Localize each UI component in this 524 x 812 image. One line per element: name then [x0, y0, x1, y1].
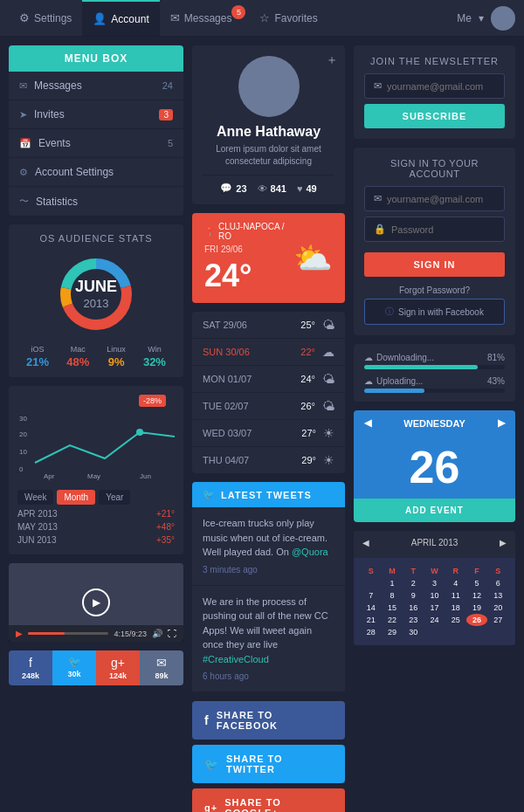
- social-gplus-count[interactable]: g+ 124k: [96, 650, 140, 685]
- os-stats-title: OS AUDIENCE STATS: [17, 233, 175, 244]
- newsletter-email-input[interactable]: [387, 81, 495, 92]
- play-icon[interactable]: ▶: [16, 629, 23, 638]
- chart-stats: APR 2013 +21° MAY 2013 +48° JUN 2013 +35…: [17, 508, 175, 546]
- profile-add-button[interactable]: ＋: [326, 52, 338, 68]
- twitter-icon: 🐦: [68, 656, 81, 668]
- chart-bubble-label: -28%: [139, 395, 166, 407]
- cal-cell[interactable]: 30: [403, 626, 424, 638]
- forecast-icon-2: 🌤: [322, 372, 334, 386]
- cal-cell[interactable]: 18: [445, 602, 465, 614]
- cal-cell[interactable]: 19: [466, 602, 486, 614]
- mini-cal-prev-icon[interactable]: ◀: [362, 538, 369, 547]
- cal-cell[interactable]: 14: [361, 602, 381, 614]
- cal-today[interactable]: 26: [466, 614, 486, 626]
- tweet-link-0[interactable]: @Quora: [292, 547, 328, 557]
- cal-cell[interactable]: 13: [488, 589, 508, 602]
- signin-title: SIGN IN TO YOUR ACCOUNT: [364, 158, 505, 179]
- cal-cell[interactable]: 29: [382, 626, 402, 638]
- signin-email-input[interactable]: [387, 194, 495, 204]
- cal-cell[interactable]: 16: [403, 602, 424, 614]
- svg-text:10: 10: [19, 448, 27, 456]
- play-button[interactable]: ▶: [82, 588, 110, 616]
- share-facebook-btn[interactable]: f SHARE TO FACEBOOK: [192, 701, 345, 740]
- forecast-row-1: SUN 30/06 22° ☁: [192, 339, 345, 366]
- calendar-day-label: WEDNESDAY: [403, 418, 465, 429]
- email-count: 89k: [155, 671, 168, 680]
- cal-cell[interactable]: 17: [424, 602, 445, 614]
- share-twitter-btn[interactable]: 🐦 SHARE TO TWITTER: [192, 745, 345, 783]
- cal-cell[interactable]: 20: [488, 602, 508, 614]
- menu-box: MENU BOX ✉ Messages 24 ➤ Invites 3 📅 Eve…: [9, 45, 183, 216]
- chart-tab-week[interactable]: Week: [17, 490, 53, 505]
- menu-box-header: MENU BOX: [9, 45, 183, 72]
- weather-main: 📍 CLUJ-NAPOCA / RO FRI 29/06 24° ⛅: [192, 213, 345, 303]
- cal-week-1: 1 2 3 4 5 6: [361, 577, 508, 589]
- cal-cell[interactable]: 10: [424, 589, 445, 602]
- cal-cell[interactable]: 28: [361, 626, 381, 638]
- signin-password-field[interactable]: 🔒: [364, 217, 505, 242]
- signin-button[interactable]: SIGN IN: [364, 252, 505, 277]
- menu-item-invites[interactable]: ➤ Invites 3: [9, 100, 183, 129]
- cal-cell[interactable]: 8: [382, 589, 402, 602]
- cal-cell[interactable]: 23: [403, 614, 424, 626]
- menu-item-account-settings[interactable]: ⚙ Account Settings: [9, 158, 183, 187]
- os-bar-ios: iOS 21%: [26, 345, 49, 368]
- cal-prev-icon[interactable]: ◀: [364, 417, 371, 429]
- nav-avatar[interactable]: [491, 6, 515, 31]
- social-twitter-count[interactable]: 🐦 30k: [52, 650, 96, 685]
- cal-cell[interactable]: 2: [403, 577, 424, 589]
- video-progress-bar[interactable]: [28, 632, 108, 635]
- middle-column: ＋ Anne Hathaway Lorem ipsum dolor sit am…: [192, 45, 345, 812]
- cal-cell[interactable]: 21: [361, 614, 381, 626]
- fullscreen-icon[interactable]: ⛶: [168, 629, 176, 638]
- mini-cal-next-icon[interactable]: ▶: [500, 538, 507, 547]
- newsletter-email-field[interactable]: ✉: [364, 73, 505, 99]
- menu-invites-icon: ➤: [19, 109, 27, 120]
- cal-week-3: 14 15 16 17 18 19 20: [361, 602, 508, 614]
- subscribe-button[interactable]: SUBSCRIBE: [364, 104, 505, 128]
- nav-account-label: Account: [111, 13, 148, 25]
- share-gplus-btn[interactable]: g+ SHARE TO GOOGLE+: [192, 788, 345, 812]
- svg-point-9: [136, 429, 143, 436]
- cal-cell[interactable]: 5: [466, 577, 486, 589]
- nav-account[interactable]: 👤 Account: [82, 0, 159, 36]
- chart-tab-year[interactable]: Year: [99, 490, 130, 505]
- nav-favorites[interactable]: ☆ Favorites: [249, 0, 328, 36]
- add-event-button[interactable]: ADD EVENT: [354, 499, 515, 522]
- nav-messages[interactable]: ✉ Messages 5: [160, 0, 250, 36]
- chart-tab-month[interactable]: Month: [57, 490, 95, 505]
- social-facebook-count[interactable]: f 248k: [9, 650, 52, 685]
- menu-item-statistics[interactable]: 〜 Statistics: [9, 187, 183, 216]
- fb-signin-icon: ⓘ: [385, 306, 394, 318]
- cal-cell[interactable]: 4: [445, 577, 465, 589]
- nav-settings[interactable]: ⚙ Settings: [9, 0, 82, 36]
- facebook-signin-button[interactable]: ⓘ Sign in with Facebook: [364, 299, 505, 325]
- cal-cell[interactable]: 9: [403, 589, 424, 602]
- social-email-count[interactable]: ✉ 89k: [140, 650, 183, 685]
- tweet-link-1[interactable]: #CreativeCloud: [203, 654, 269, 664]
- signin-password-input[interactable]: [391, 224, 495, 235]
- profile-avatar: [238, 56, 300, 117]
- menu-item-messages[interactable]: ✉ Messages 24: [9, 72, 183, 100]
- forecast-icon-1: ☁: [322, 345, 334, 359]
- cal-cell[interactable]: 3: [424, 577, 445, 589]
- cal-cell[interactable]: 6: [488, 577, 508, 589]
- volume-icon[interactable]: 🔊: [152, 629, 162, 638]
- cal-cell[interactable]: 15: [382, 602, 402, 614]
- cal-cell[interactable]: 25: [445, 614, 465, 626]
- weather-location: 📍 CLUJ-NAPOCA / RO: [204, 222, 293, 241]
- cal-cell[interactable]: 12: [466, 589, 486, 602]
- cal-cell[interactable]: 11: [445, 589, 465, 602]
- cal-cell[interactable]: 7: [361, 589, 381, 602]
- cal-cell[interactable]: 27: [488, 614, 508, 626]
- cal-cell[interactable]: 1: [382, 577, 402, 589]
- cal-cell[interactable]: 24: [424, 614, 445, 626]
- cal-next-icon[interactable]: ▶: [498, 417, 505, 429]
- messages-badge: 5: [231, 5, 245, 19]
- signin-email-field[interactable]: ✉: [364, 186, 505, 211]
- twitter-count: 30k: [67, 670, 80, 678]
- menu-item-events[interactable]: 📅 Events 5: [9, 129, 183, 158]
- forgot-password-link[interactable]: Forgot Password?: [364, 286, 505, 295]
- cal-cell[interactable]: 22: [382, 614, 402, 626]
- cal-cell: [466, 626, 486, 638]
